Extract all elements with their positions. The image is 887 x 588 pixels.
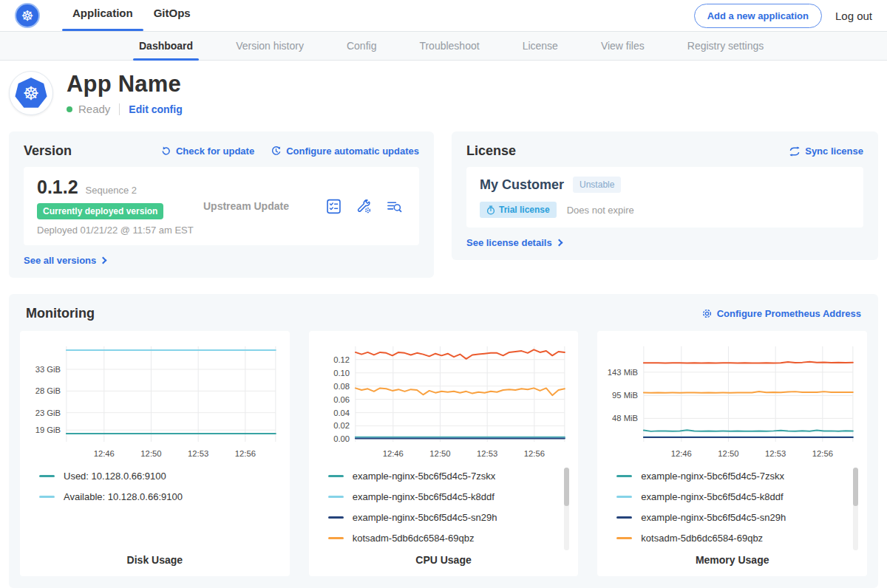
legend-item: example-nginx-5bc6f5d4c5-7zskx	[616, 471, 849, 482]
svg-text:0.08: 0.08	[333, 382, 350, 391]
app-sub-nav: DashboardVersion historyConfigTroublesho…	[0, 31, 887, 61]
legend-label: example-nginx-5bc6f5d4c5-k8ddf	[353, 491, 495, 502]
sub-nav-tab-dashboard[interactable]: Dashboard	[137, 32, 194, 60]
trial-license-badge: Trial license	[480, 202, 557, 218]
sync-license-label: Sync license	[805, 146, 863, 157]
logout-button[interactable]: Log out	[835, 10, 872, 22]
preflight-checks-icon[interactable]	[325, 198, 342, 215]
kubernetes-wheel-glyph: ☸	[21, 7, 33, 24]
svg-text:0.04: 0.04	[333, 408, 350, 417]
legend-label: example-nginx-5bc6f5d4c5-7zskx	[641, 471, 784, 482]
see-all-versions-link[interactable]: See all versions	[24, 255, 419, 266]
check-for-update-label: Check for update	[176, 146, 254, 157]
license-card-header: License Sync license	[466, 143, 863, 159]
license-card-title: License	[466, 143, 516, 159]
legend-label: example-nginx-5bc6f5d4c5-k8ddf	[641, 491, 783, 502]
legend-color-dash	[328, 516, 344, 519]
status-dot-icon	[67, 106, 72, 112]
cpu-usage-card: 0.000.020.040.060.080.100.1212:4612:5012…	[309, 331, 579, 576]
add-application-button[interactable]: Add a new application	[694, 4, 822, 28]
legend-color-dash	[39, 496, 55, 498]
svg-text:12:50: 12:50	[429, 449, 450, 458]
channel-badge: Unstable	[573, 177, 621, 193]
app-status-row: Ready Edit config	[67, 103, 183, 115]
sub-nav-tab-license[interactable]: License	[521, 32, 560, 60]
svg-text:95 MiB: 95 MiB	[612, 391, 638, 400]
version-info: 0.1.2 Sequence 2 Currently deployed vers…	[37, 177, 196, 236]
divider	[119, 103, 120, 115]
legend-label: example-nginx-5bc6f5d4c5-7zskx	[353, 471, 496, 482]
see-all-versions-label: See all versions	[24, 255, 96, 266]
svg-text:12:56: 12:56	[523, 449, 544, 458]
page-title: App Name	[67, 71, 183, 98]
svg-text:12:53: 12:53	[765, 449, 786, 458]
legend-scrollbar[interactable]	[564, 468, 569, 550]
top-nav-tab-gitops[interactable]: GitOps	[143, 0, 201, 31]
sub-nav-tab-troubleshoot[interactable]: Troubleshoot	[418, 32, 480, 60]
chart-plot: 48 MiB95 MiB143 MiB12:4612:5012:5312:56	[605, 340, 860, 465]
svg-text:23 GiB: 23 GiB	[35, 408, 61, 417]
configure-automatic-updates-link[interactable]: Configure automatic updates	[271, 146, 419, 157]
svg-text:12:46: 12:46	[382, 449, 403, 458]
svg-text:12:53: 12:53	[477, 449, 497, 458]
legend-scrollbar[interactable]	[853, 468, 858, 550]
sub-nav-tab-view-files[interactable]: View files	[599, 32, 646, 60]
chart-legend: Used: 10.128.0.66:9100Available: 10.128.…	[27, 465, 282, 512]
monitoring-section: Monitoring Configure Prometheus Address …	[9, 294, 878, 588]
configure-prometheus-label: Configure Prometheus Address	[717, 308, 861, 319]
configure-prometheus-link[interactable]: Configure Prometheus Address	[701, 308, 861, 319]
svg-text:0.00: 0.00	[333, 434, 350, 443]
svg-text:12:46: 12:46	[94, 449, 115, 458]
license-panel: My Customer Unstable Trial license Does …	[466, 167, 863, 228]
svg-text:0.06: 0.06	[333, 395, 350, 404]
config-wrench-icon[interactable]	[356, 198, 373, 215]
refresh-icon	[160, 146, 171, 157]
legend-color-dash	[328, 496, 344, 498]
legend-label: example-nginx-5bc6f5d4c5-sn29h	[641, 512, 786, 523]
see-license-details-link[interactable]: See license details	[466, 237, 863, 248]
kubernetes-logo-icon[interactable]: ☸	[15, 3, 40, 28]
version-sequence: Sequence 2	[86, 185, 137, 196]
legend-label: kotsadm-5db6dc6584-69qbz	[641, 533, 763, 544]
version-card-header: Version Check for update Configure autom…	[24, 143, 419, 159]
status-text: Ready	[78, 103, 110, 115]
legend-color-dash	[616, 516, 632, 519]
view-logs-icon[interactable]	[386, 198, 403, 215]
sub-nav-tab-version-history[interactable]: Version history	[234, 32, 305, 60]
legend-color-dash	[328, 475, 344, 477]
check-for-update-link[interactable]: Check for update	[160, 146, 254, 157]
top-nav-tab-application[interactable]: Application	[62, 0, 143, 31]
chevron-right-icon	[100, 257, 107, 264]
svg-text:48 MiB: 48 MiB	[612, 414, 638, 423]
chevron-right-icon	[555, 239, 563, 247]
legend-item: kotsadm-5db6dc6584-69qbz	[616, 533, 849, 544]
license-expiry: Does not expire	[567, 205, 634, 216]
license-type-row: Trial license Does not expire	[480, 202, 850, 218]
legend-item: example-nginx-5bc6f5d4c5-7zskx	[328, 471, 561, 482]
see-license-details-label: See license details	[466, 237, 552, 248]
stopwatch-icon	[486, 205, 495, 215]
svg-text:28 GiB: 28 GiB	[35, 386, 61, 395]
svg-text:0.10: 0.10	[333, 369, 350, 377]
line-chart-svg: 48 MiB95 MiB143 MiB12:4612:5012:5312:56	[605, 340, 860, 462]
legend-color-dash	[328, 537, 344, 539]
sync-license-link[interactable]: Sync license	[789, 146, 863, 157]
legend-label: Available: 10.128.0.66:9100	[64, 491, 183, 502]
sub-nav-tab-registry-settings[interactable]: Registry settings	[686, 32, 765, 60]
legend-scrollbar-thumb[interactable]	[564, 468, 569, 506]
legend-item: example-nginx-5bc6f5d4c5-k8ddf	[616, 491, 849, 502]
version-number: 0.1.2	[37, 177, 78, 198]
sync-icon	[789, 146, 801, 157]
sub-nav-tab-config[interactable]: Config	[345, 32, 378, 60]
version-action-icons	[325, 198, 406, 215]
edit-config-link[interactable]: Edit config	[129, 103, 182, 115]
svg-text:12:56: 12:56	[235, 449, 256, 458]
top-nav-tabs: ApplicationGitOps	[62, 0, 201, 31]
license-card: License Sync license My Customer Unstabl…	[452, 131, 878, 260]
chart-legend: example-nginx-5bc6f5d4c5-7zskxexample-ng…	[605, 465, 860, 553]
monitoring-header: Monitoring Configure Prometheus Address	[20, 306, 867, 321]
svg-text:143 MiB: 143 MiB	[608, 368, 638, 377]
legend-scrollbar-thumb[interactable]	[853, 468, 858, 506]
charts-row: 19 GiB23 GiB28 GiB33 GiB12:4612:5012:531…	[20, 331, 867, 576]
kubernetes-wheel-glyph: ☸	[23, 83, 39, 104]
